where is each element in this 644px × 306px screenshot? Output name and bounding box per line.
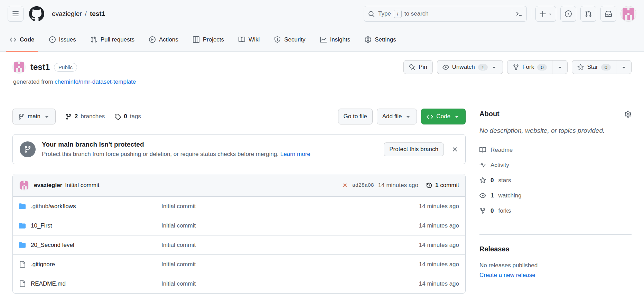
sidebar-item-readme[interactable]: Readme xyxy=(479,142,632,158)
tab-issues[interactable]: Issues xyxy=(46,28,80,52)
tab-projects[interactable]: Projects xyxy=(189,28,227,52)
table-row[interactable]: .github/workflowsInitial commit14 minute… xyxy=(13,196,465,216)
file-link[interactable]: README.md xyxy=(31,280,66,287)
github-mark-icon xyxy=(29,6,44,21)
file-link[interactable]: .gitignore xyxy=(31,261,55,268)
star-dropdown-button[interactable] xyxy=(616,60,632,74)
go-to-file-button[interactable]: Go to file xyxy=(338,109,373,124)
about-description: No description, website, or topics provi… xyxy=(479,126,632,136)
git-branch-icon xyxy=(65,113,72,120)
sidebar-item-activity[interactable]: Activity xyxy=(479,158,632,173)
banner-description: Protect this branch from force pushing o… xyxy=(42,151,377,158)
pull-requests-global-button[interactable] xyxy=(580,6,596,22)
star-icon xyxy=(479,177,486,184)
branches-link[interactable]: 2 branches xyxy=(65,113,105,120)
commit-history-link[interactable]: 1 commit xyxy=(426,182,459,189)
commit-author-link[interactable]: evaziegler xyxy=(34,182,62,189)
star-button[interactable]: Star 0 xyxy=(572,60,616,74)
file-name-cell: .gitignore xyxy=(19,261,161,268)
create-release-link[interactable]: Create a new release xyxy=(479,272,632,279)
table-row[interactable]: 20_Second levelInitial commit14 minutes … xyxy=(13,235,465,254)
table-row[interactable]: .gitignoreInitial commit14 minutes ago xyxy=(13,254,465,274)
breadcrumb-owner[interactable]: evaziegler xyxy=(52,10,82,18)
folder-icon xyxy=(19,203,26,210)
code-icon xyxy=(427,113,433,120)
repo-forked-icon xyxy=(479,207,486,214)
row-commit-message[interactable]: Initial commit xyxy=(161,203,419,210)
branch-selector[interactable]: main xyxy=(12,109,56,124)
learn-more-link[interactable]: Learn more xyxy=(280,151,310,157)
file-name-cell: 20_Second level xyxy=(19,242,161,249)
tab-wiki[interactable]: Wiki xyxy=(235,28,263,52)
folder-icon xyxy=(19,242,26,248)
tab-settings[interactable]: Settings xyxy=(361,28,399,52)
tab-insights[interactable]: Insights xyxy=(317,28,354,52)
sidebar-divider xyxy=(479,234,632,235)
github-logo[interactable] xyxy=(29,6,44,21)
slash-key-hint: / xyxy=(394,10,402,18)
file-link[interactable]: 20_Second level xyxy=(31,242,74,249)
checks-failed-icon[interactable] xyxy=(342,182,348,188)
unwatch-button[interactable]: Unwatch 1 xyxy=(437,60,503,74)
fork-dropdown-button[interactable] xyxy=(552,60,568,74)
tab-code[interactable]: Code xyxy=(6,28,38,52)
commit-author-avatar[interactable] xyxy=(19,180,29,191)
star-button-group: Star 0 xyxy=(572,60,632,74)
book-icon xyxy=(239,36,245,43)
inbox-button[interactable] xyxy=(600,6,616,22)
pin-button[interactable]: Pin xyxy=(403,60,433,74)
fork-icon xyxy=(513,64,519,71)
tags-link[interactable]: 0 tags xyxy=(114,113,141,120)
shield-icon xyxy=(274,36,281,43)
chevron-down-icon xyxy=(405,113,411,120)
file-name-cell: README.md xyxy=(19,280,161,287)
command-palette-icon[interactable] xyxy=(516,11,522,17)
code-button[interactable]: Code xyxy=(421,109,466,124)
three-bars-icon xyxy=(12,10,19,17)
sidebar-item-stars[interactable]: 0stars xyxy=(479,173,632,188)
header-separator xyxy=(531,9,531,18)
repo-avatar xyxy=(12,61,26,74)
row-commit-time: 14 minutes ago xyxy=(419,203,459,210)
book-icon xyxy=(479,147,486,153)
user-avatar[interactable] xyxy=(620,6,636,22)
chevron-down-icon xyxy=(548,12,552,16)
gear-icon xyxy=(365,36,371,43)
banner-close-button[interactable] xyxy=(451,146,458,153)
protect-branch-button[interactable]: Protect this branch xyxy=(384,142,444,156)
table-row[interactable]: README.mdInitial commit14 minutes ago xyxy=(13,274,465,293)
issue-opened-icon xyxy=(565,10,572,17)
tab-pull-requests[interactable]: Pull requests xyxy=(87,28,138,52)
create-new-button[interactable] xyxy=(535,6,556,22)
hamburger-menu-button[interactable] xyxy=(8,6,24,22)
git-pull-request-icon xyxy=(91,36,97,43)
fork-button[interactable]: Fork 0 xyxy=(507,60,552,74)
tab-actions[interactable]: Actions xyxy=(146,28,182,52)
edit-about-button[interactable] xyxy=(625,111,632,118)
releases-empty-text: No releases published xyxy=(479,262,632,269)
breadcrumb-repo[interactable]: test1 xyxy=(90,10,105,18)
issues-global-button[interactable] xyxy=(560,6,576,22)
file-link[interactable]: .github/workflows xyxy=(31,203,76,210)
row-commit-message[interactable]: Initial commit xyxy=(161,242,419,249)
row-commit-message[interactable]: Initial commit xyxy=(161,261,419,268)
file-link[interactable]: 10_First xyxy=(31,222,52,229)
issue-opened-icon xyxy=(49,36,56,43)
sidebar-item-watching[interactable]: 1watching xyxy=(479,188,632,203)
commit-hash-link[interactable]: ad28a08 xyxy=(352,183,374,188)
commit-message-link[interactable]: Initial commit xyxy=(65,182,99,189)
sidebar-item-forks[interactable]: 0forks xyxy=(479,203,632,219)
row-commit-message[interactable]: Initial commit xyxy=(161,280,419,287)
git-branch-badge-icon xyxy=(20,141,36,157)
folder-icon xyxy=(19,222,26,229)
add-file-button[interactable]: Add file xyxy=(377,109,417,124)
row-commit-message[interactable]: Initial commit xyxy=(161,222,419,229)
eye-icon xyxy=(479,192,486,199)
file-table: evaziegler Initial commit ad28a08 14 min… xyxy=(12,174,466,294)
table-row[interactable]: 10_FirstInitial commit14 minutes ago xyxy=(13,216,465,235)
pulse-icon xyxy=(479,162,486,168)
tab-security[interactable]: Security xyxy=(271,28,309,52)
branch-protection-banner: Your main branch isn't protected Protect… xyxy=(12,134,466,164)
template-repo-link[interactable]: cheminfo/nmr-dataset-template xyxy=(55,78,136,85)
search-input[interactable]: Type / to search xyxy=(364,6,527,22)
